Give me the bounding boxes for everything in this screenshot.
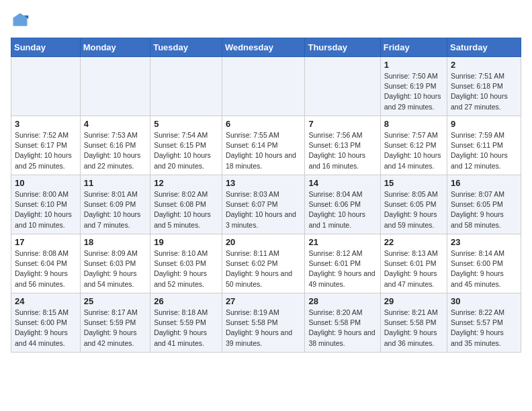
day-info: Sunrise: 8:05 AM Sunset: 6:05 PM Dayligh… — [384, 189, 443, 230]
calendar-cell: 19Sunrise: 8:10 AM Sunset: 6:03 PM Dayli… — [150, 234, 222, 293]
svg-marker-0 — [13, 13, 28, 26]
day-info: Sunrise: 8:13 AM Sunset: 6:01 PM Dayligh… — [384, 248, 443, 289]
calendar-cell: 15Sunrise: 8:05 AM Sunset: 6:05 PM Dayli… — [380, 175, 447, 234]
calendar-cell: 10Sunrise: 8:00 AM Sunset: 6:10 PM Dayli… — [11, 175, 81, 234]
calendar-cell: 13Sunrise: 8:03 AM Sunset: 6:07 PM Dayli… — [222, 175, 305, 234]
calendar-week-row: 1Sunrise: 7:50 AM Sunset: 6:19 PM Daylig… — [11, 57, 521, 116]
day-info: Sunrise: 8:15 AM Sunset: 6:00 PM Dayligh… — [15, 308, 77, 349]
day-info: Sunrise: 8:07 AM Sunset: 6:05 PM Dayligh… — [451, 189, 517, 230]
calendar-cell: 18Sunrise: 8:09 AM Sunset: 6:03 PM Dayli… — [80, 234, 150, 293]
day-info: Sunrise: 8:03 AM Sunset: 6:07 PM Dayligh… — [226, 189, 302, 230]
logo-icon — [11, 11, 30, 30]
day-number: 13 — [226, 178, 302, 188]
weekday-header-saturday: Saturday — [447, 38, 521, 57]
day-number: 2 — [451, 60, 517, 70]
calendar-cell: 29Sunrise: 8:21 AM Sunset: 5:58 PM Dayli… — [380, 293, 447, 353]
calendar-week-row: 17Sunrise: 8:08 AM Sunset: 6:04 PM Dayli… — [11, 234, 521, 293]
calendar-cell: 17Sunrise: 8:08 AM Sunset: 6:04 PM Dayli… — [11, 234, 81, 293]
day-number: 7 — [308, 119, 376, 129]
day-info: Sunrise: 8:01 AM Sunset: 6:09 PM Dayligh… — [84, 189, 146, 230]
day-number: 21 — [308, 237, 376, 247]
calendar-cell: 27Sunrise: 8:19 AM Sunset: 5:58 PM Dayli… — [222, 293, 305, 353]
day-number: 18 — [84, 237, 146, 247]
day-number: 27 — [226, 296, 302, 306]
day-number: 5 — [154, 119, 218, 129]
day-info: Sunrise: 7:53 AM Sunset: 6:16 PM Dayligh… — [84, 130, 146, 171]
day-number: 4 — [84, 119, 146, 129]
calendar-cell: 7Sunrise: 7:56 AM Sunset: 6:13 PM Daylig… — [305, 116, 380, 175]
day-number: 8 — [384, 119, 443, 129]
calendar-cell: 9Sunrise: 7:59 AM Sunset: 6:11 PM Daylig… — [447, 116, 521, 175]
weekday-header-monday: Monday — [80, 38, 150, 57]
day-info: Sunrise: 7:51 AM Sunset: 6:18 PM Dayligh… — [451, 71, 517, 112]
day-info: Sunrise: 8:10 AM Sunset: 6:03 PM Dayligh… — [154, 248, 218, 289]
day-info: Sunrise: 8:02 AM Sunset: 6:08 PM Dayligh… — [154, 189, 218, 230]
day-info: Sunrise: 7:50 AM Sunset: 6:19 PM Dayligh… — [384, 71, 443, 112]
day-info: Sunrise: 8:21 AM Sunset: 5:58 PM Dayligh… — [384, 308, 443, 349]
calendar-cell — [222, 57, 305, 116]
weekday-header-row: SundayMondayTuesdayWednesdayThursdayFrid… — [11, 38, 521, 57]
day-info: Sunrise: 8:22 AM Sunset: 5:57 PM Dayligh… — [451, 308, 517, 349]
day-info: Sunrise: 8:20 AM Sunset: 5:58 PM Dayligh… — [308, 308, 376, 349]
calendar-cell — [11, 57, 81, 116]
header — [11, 11, 521, 30]
day-number: 15 — [384, 178, 443, 188]
day-number: 3 — [15, 119, 77, 129]
weekday-header-wednesday: Wednesday — [222, 38, 305, 57]
day-number: 28 — [308, 296, 376, 306]
calendar-cell: 26Sunrise: 8:18 AM Sunset: 5:59 PM Dayli… — [150, 293, 222, 353]
day-number: 29 — [384, 296, 443, 306]
day-number: 10 — [15, 178, 77, 188]
day-number: 30 — [451, 296, 517, 306]
weekday-header-friday: Friday — [380, 38, 447, 57]
calendar-cell: 8Sunrise: 7:57 AM Sunset: 6:12 PM Daylig… — [380, 116, 447, 175]
day-info: Sunrise: 7:55 AM Sunset: 6:14 PM Dayligh… — [226, 130, 302, 171]
day-info: Sunrise: 8:14 AM Sunset: 6:00 PM Dayligh… — [451, 248, 517, 289]
day-number: 20 — [226, 237, 302, 247]
calendar-cell: 25Sunrise: 8:17 AM Sunset: 5:59 PM Dayli… — [80, 293, 150, 353]
day-info: Sunrise: 7:59 AM Sunset: 6:11 PM Dayligh… — [451, 130, 517, 171]
day-number: 24 — [15, 296, 77, 306]
calendar-cell — [150, 57, 222, 116]
calendar-cell: 28Sunrise: 8:20 AM Sunset: 5:58 PM Dayli… — [305, 293, 380, 353]
weekday-header-sunday: Sunday — [11, 38, 81, 57]
day-number: 25 — [84, 296, 146, 306]
weekday-header-tuesday: Tuesday — [150, 38, 222, 57]
calendar-week-row: 24Sunrise: 8:15 AM Sunset: 6:00 PM Dayli… — [11, 293, 521, 353]
calendar-table: SundayMondayTuesdayWednesdayThursdayFrid… — [11, 38, 521, 353]
day-info: Sunrise: 8:18 AM Sunset: 5:59 PM Dayligh… — [154, 308, 218, 349]
weekday-header-thursday: Thursday — [305, 38, 380, 57]
day-info: Sunrise: 7:57 AM Sunset: 6:12 PM Dayligh… — [384, 130, 443, 171]
calendar-cell — [305, 57, 380, 116]
calendar-cell: 24Sunrise: 8:15 AM Sunset: 6:00 PM Dayli… — [11, 293, 81, 353]
day-info: Sunrise: 8:08 AM Sunset: 6:04 PM Dayligh… — [15, 248, 77, 289]
day-info: Sunrise: 8:19 AM Sunset: 5:58 PM Dayligh… — [226, 308, 302, 349]
day-number: 23 — [451, 237, 517, 247]
calendar-cell: 2Sunrise: 7:51 AM Sunset: 6:18 PM Daylig… — [447, 57, 521, 116]
day-info: Sunrise: 8:09 AM Sunset: 6:03 PM Dayligh… — [84, 248, 146, 289]
calendar-cell: 1Sunrise: 7:50 AM Sunset: 6:19 PM Daylig… — [380, 57, 447, 116]
day-number: 22 — [384, 237, 443, 247]
day-info: Sunrise: 8:17 AM Sunset: 5:59 PM Dayligh… — [84, 308, 146, 349]
day-number: 9 — [451, 119, 517, 129]
calendar-cell: 20Sunrise: 8:11 AM Sunset: 6:02 PM Dayli… — [222, 234, 305, 293]
day-number: 6 — [226, 119, 302, 129]
calendar-cell: 14Sunrise: 8:04 AM Sunset: 6:06 PM Dayli… — [305, 175, 380, 234]
calendar-cell: 23Sunrise: 8:14 AM Sunset: 6:00 PM Dayli… — [447, 234, 521, 293]
calendar-cell — [80, 57, 150, 116]
day-info: Sunrise: 7:54 AM Sunset: 6:15 PM Dayligh… — [154, 130, 218, 171]
calendar-cell: 12Sunrise: 8:02 AM Sunset: 6:08 PM Dayli… — [150, 175, 222, 234]
day-number: 19 — [154, 237, 218, 247]
calendar-cell: 30Sunrise: 8:22 AM Sunset: 5:57 PM Dayli… — [447, 293, 521, 353]
day-info: Sunrise: 8:11 AM Sunset: 6:02 PM Dayligh… — [226, 248, 302, 289]
calendar-cell: 22Sunrise: 8:13 AM Sunset: 6:01 PM Dayli… — [380, 234, 447, 293]
day-info: Sunrise: 7:56 AM Sunset: 6:13 PM Dayligh… — [308, 130, 376, 171]
day-number: 17 — [15, 237, 77, 247]
day-info: Sunrise: 8:00 AM Sunset: 6:10 PM Dayligh… — [15, 189, 77, 230]
calendar-cell: 21Sunrise: 8:12 AM Sunset: 6:01 PM Dayli… — [305, 234, 380, 293]
calendar-cell: 5Sunrise: 7:54 AM Sunset: 6:15 PM Daylig… — [150, 116, 222, 175]
day-number: 14 — [308, 178, 376, 188]
calendar-cell: 6Sunrise: 7:55 AM Sunset: 6:14 PM Daylig… — [222, 116, 305, 175]
day-info: Sunrise: 8:04 AM Sunset: 6:06 PM Dayligh… — [308, 189, 376, 230]
day-info: Sunrise: 7:52 AM Sunset: 6:17 PM Dayligh… — [15, 130, 77, 171]
